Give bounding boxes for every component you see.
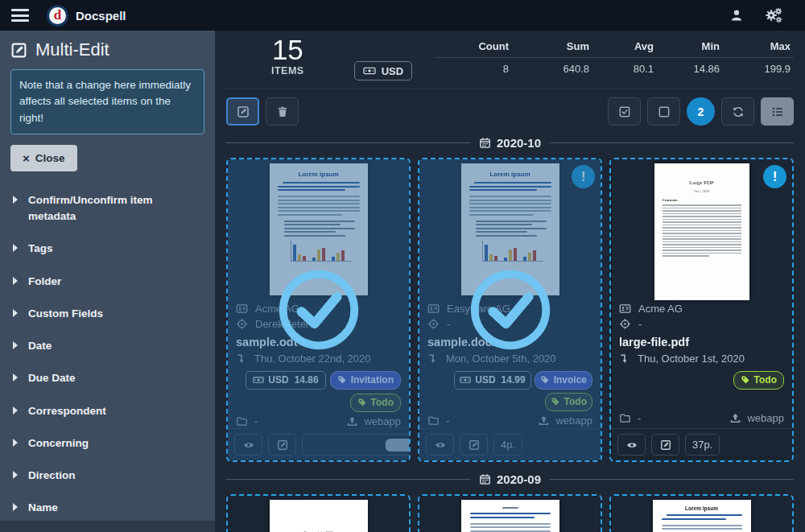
pages-badge: 37p. [685, 434, 720, 456]
card-thumbnail: Lorem ipsum [611, 496, 792, 532]
caret-right-icon [13, 471, 18, 479]
sync-icon [732, 105, 745, 118]
card-footer: 37p. [611, 428, 792, 460]
item-card[interactable]: Keywords in PDF [226, 494, 411, 532]
items-count: 15 ITEMS [271, 35, 304, 76]
address-card-icon [619, 303, 631, 315]
stat-value-sum: 640.8 [512, 58, 592, 80]
concerning-name: - [638, 318, 642, 330]
list-icon [771, 105, 784, 118]
edit-selected-button[interactable] [226, 97, 259, 126]
caret-right-icon [13, 277, 18, 285]
correspondent-name: Acme AG [638, 303, 683, 315]
section-label: Correspondent [28, 403, 106, 419]
section-label: Tags [28, 241, 53, 257]
currency-label: USD [382, 65, 403, 77]
arrow-down-icon [619, 353, 630, 365]
sidebar-item-confirm-metadata[interactable]: Confirm/Unconfirm item metadata [10, 184, 204, 233]
caret-right-icon [13, 503, 18, 511]
caret-right-icon [13, 309, 18, 317]
delete-selected-button[interactable] [266, 97, 299, 126]
item-date: Thu, October 1st, 2020 [638, 353, 745, 365]
currency-badge[interactable]: USD [354, 61, 412, 80]
caret-right-icon [13, 406, 18, 414]
thumb-title: Large PDF [663, 179, 741, 186]
stat-value-avg: 80.1 [592, 58, 657, 80]
stat-value-count: 8 [435, 58, 512, 80]
selected-check-icon [275, 266, 362, 353]
sidebar-item-due-date[interactable]: Due Date [10, 362, 204, 394]
group-header: 2020-09 [226, 472, 794, 486]
selected-check-icon [467, 266, 554, 353]
thumb-date: Oct 1, 2020 [663, 189, 741, 193]
edit-icon [10, 42, 27, 59]
reload-button[interactable] [721, 97, 754, 126]
caret-right-icon [13, 341, 18, 349]
sidebar-item-tags[interactable]: Tags [10, 233, 204, 265]
eye-icon [626, 439, 638, 451]
sidebar-item-concerning[interactable]: Concerning [10, 427, 204, 460]
check-square-icon [618, 105, 631, 118]
caret-right-icon [13, 373, 18, 381]
upload-icon [729, 412, 741, 424]
sidebar-item-folder[interactable]: Folder [10, 266, 204, 298]
settings-icon[interactable] [765, 7, 784, 23]
summary-header: 15 ITEMS USD Count Sum Avg Min Max 8 640… [226, 35, 794, 89]
item-card-sample-odt[interactable]: Lorem ipsum [226, 158, 411, 462]
app-navbar: d Docspell [0, 0, 805, 31]
item-card[interactable]: Lorem ipsum [609, 494, 794, 532]
items-count-label: ITEMS [271, 65, 304, 76]
tag-badge-todo[interactable]: Todo [733, 371, 784, 390]
edit-item-button[interactable] [651, 434, 679, 456]
preview-button[interactable] [617, 434, 646, 456]
sidebar-item-custom-fields[interactable]: Custom Fields [10, 298, 204, 330]
deselect-all-button[interactable] [647, 97, 680, 126]
docspell-logo-icon[interactable]: d [47, 5, 68, 27]
section-label: Concerning [28, 435, 89, 452]
folder-source-row: - webapp [619, 412, 784, 424]
items-count-number: 15 [271, 35, 304, 65]
sidebar-footer [0, 521, 215, 532]
item-card-sample-docx[interactable]: ! Lorem ipsum [418, 158, 602, 462]
stat-value-min: 14.86 [657, 58, 723, 80]
user-icon[interactable] [729, 8, 744, 23]
selection-count-badge: 2 [687, 97, 715, 126]
sidebar-item-name[interactable]: Name [10, 492, 204, 524]
folder-name: - [638, 412, 641, 424]
stat-header-count: Count [435, 35, 512, 58]
items-main-area: 15 ITEMS USD Count Sum Avg Min Max 8 640… [215, 31, 805, 532]
caret-right-icon [13, 196, 18, 204]
sidebar-item-correspondent[interactable]: Correspondent [10, 395, 204, 427]
folder-icon [619, 412, 631, 424]
section-label: Name [28, 500, 58, 516]
item-date-row: Thu, October 1st, 2020 [619, 353, 784, 365]
section-label: Confirm/Unconfirm item metadata [28, 192, 181, 225]
sidebar-item-direction[interactable]: Direction [10, 460, 204, 492]
brand-title[interactable]: Docspell [76, 9, 126, 23]
stat-header-max: Max [723, 35, 794, 58]
select-all-button[interactable] [608, 97, 641, 126]
thumb-section: Contents [663, 198, 741, 202]
item-card-grid: Lorem ipsum [226, 158, 794, 462]
edit-icon [660, 439, 671, 451]
item-card-grid: Keywords in PDF Lorem ipsum [226, 494, 794, 532]
multi-edit-title-label: Multi-Edit [35, 39, 109, 60]
caret-right-icon [13, 439, 18, 447]
stat-value-max: 199.9 [723, 58, 794, 80]
stats-table: Count Sum Avg Min Max 8 640.8 80.1 14.86… [435, 35, 794, 80]
sidebar-item-date[interactable]: Date [10, 330, 204, 362]
caret-right-icon [13, 244, 18, 252]
section-label: Direction [28, 468, 76, 484]
item-card[interactable] [418, 494, 602, 532]
section-label: Custom Fields [28, 306, 103, 322]
new-item-badge: ! [763, 165, 786, 188]
menu-icon[interactable] [11, 9, 29, 22]
list-view-button[interactable] [761, 97, 794, 126]
multi-edit-sidebar: Multi-Edit Note that a change here immed… [0, 31, 215, 532]
section-label: Due Date [28, 370, 76, 386]
close-icon: × [23, 151, 30, 165]
close-button[interactable]: × Close [10, 145, 77, 171]
square-icon [658, 105, 671, 118]
group-date-label: 2020-10 [497, 136, 541, 150]
item-card-large-file-pdf[interactable]: ! Large PDF Oct 1, 2020 Contents Acme AG… [609, 158, 794, 462]
